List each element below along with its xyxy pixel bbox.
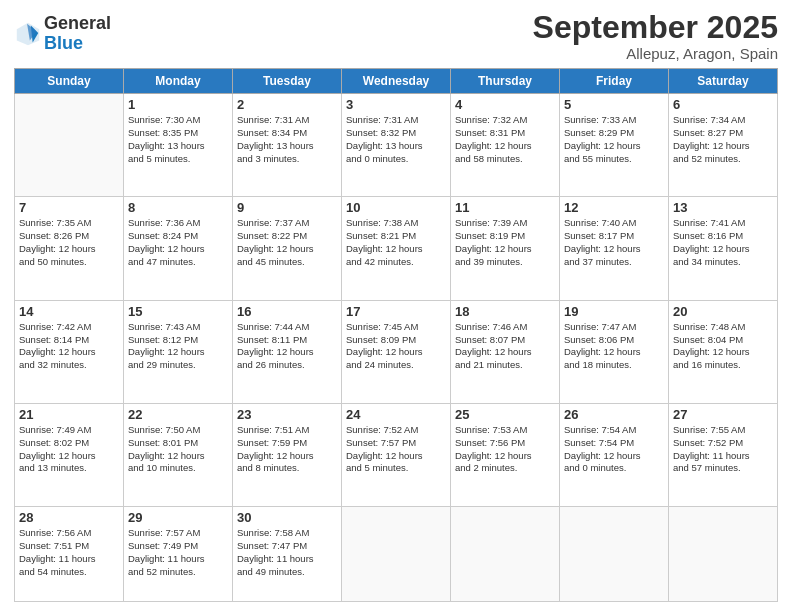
day-number: 6: [673, 97, 773, 112]
page: General Blue September 2025 Allepuz, Ara…: [0, 0, 792, 612]
day-number: 23: [237, 407, 337, 422]
day-header-saturday: Saturday: [669, 69, 778, 94]
day-info: Sunrise: 7:41 AMSunset: 8:16 PMDaylight:…: [673, 217, 773, 268]
calendar-cell: 7Sunrise: 7:35 AMSunset: 8:26 PMDaylight…: [15, 197, 124, 300]
calendar-week-row: 21Sunrise: 7:49 AMSunset: 8:02 PMDayligh…: [15, 403, 778, 506]
day-number: 20: [673, 304, 773, 319]
day-info: Sunrise: 7:36 AMSunset: 8:24 PMDaylight:…: [128, 217, 228, 268]
day-number: 4: [455, 97, 555, 112]
day-number: 11: [455, 200, 555, 215]
day-info: Sunrise: 7:40 AMSunset: 8:17 PMDaylight:…: [564, 217, 664, 268]
day-info: Sunrise: 7:37 AMSunset: 8:22 PMDaylight:…: [237, 217, 337, 268]
calendar-cell: 5Sunrise: 7:33 AMSunset: 8:29 PMDaylight…: [560, 94, 669, 197]
day-info: Sunrise: 7:44 AMSunset: 8:11 PMDaylight:…: [237, 321, 337, 372]
logo-general: General: [44, 14, 111, 34]
day-header-tuesday: Tuesday: [233, 69, 342, 94]
calendar-cell: 27Sunrise: 7:55 AMSunset: 7:52 PMDayligh…: [669, 403, 778, 506]
calendar-cell: 11Sunrise: 7:39 AMSunset: 8:19 PMDayligh…: [451, 197, 560, 300]
calendar-cell: 19Sunrise: 7:47 AMSunset: 8:06 PMDayligh…: [560, 300, 669, 403]
day-number: 2: [237, 97, 337, 112]
day-info: Sunrise: 7:53 AMSunset: 7:56 PMDaylight:…: [455, 424, 555, 475]
calendar-cell: 29Sunrise: 7:57 AMSunset: 7:49 PMDayligh…: [124, 507, 233, 602]
logo-text: General Blue: [44, 14, 111, 54]
calendar-week-row: 14Sunrise: 7:42 AMSunset: 8:14 PMDayligh…: [15, 300, 778, 403]
day-header-wednesday: Wednesday: [342, 69, 451, 94]
logo-blue: Blue: [44, 34, 111, 54]
calendar-cell: [15, 94, 124, 197]
day-info: Sunrise: 7:39 AMSunset: 8:19 PMDaylight:…: [455, 217, 555, 268]
day-info: Sunrise: 7:31 AMSunset: 8:34 PMDaylight:…: [237, 114, 337, 165]
calendar-week-row: 28Sunrise: 7:56 AMSunset: 7:51 PMDayligh…: [15, 507, 778, 602]
day-number: 12: [564, 200, 664, 215]
calendar-cell: 8Sunrise: 7:36 AMSunset: 8:24 PMDaylight…: [124, 197, 233, 300]
day-number: 24: [346, 407, 446, 422]
day-info: Sunrise: 7:31 AMSunset: 8:32 PMDaylight:…: [346, 114, 446, 165]
calendar-cell: 22Sunrise: 7:50 AMSunset: 8:01 PMDayligh…: [124, 403, 233, 506]
calendar-cell: 20Sunrise: 7:48 AMSunset: 8:04 PMDayligh…: [669, 300, 778, 403]
day-number: 27: [673, 407, 773, 422]
day-info: Sunrise: 7:34 AMSunset: 8:27 PMDaylight:…: [673, 114, 773, 165]
day-number: 21: [19, 407, 119, 422]
calendar-week-row: 1Sunrise: 7:30 AMSunset: 8:35 PMDaylight…: [15, 94, 778, 197]
logo-icon: [14, 20, 42, 48]
day-number: 30: [237, 510, 337, 525]
day-number: 18: [455, 304, 555, 319]
calendar-cell: 2Sunrise: 7:31 AMSunset: 8:34 PMDaylight…: [233, 94, 342, 197]
day-number: 26: [564, 407, 664, 422]
calendar-cell: 28Sunrise: 7:56 AMSunset: 7:51 PMDayligh…: [15, 507, 124, 602]
day-header-monday: Monday: [124, 69, 233, 94]
calendar-cell: 21Sunrise: 7:49 AMSunset: 8:02 PMDayligh…: [15, 403, 124, 506]
calendar-cell: [451, 507, 560, 602]
day-info: Sunrise: 7:32 AMSunset: 8:31 PMDaylight:…: [455, 114, 555, 165]
day-info: Sunrise: 7:51 AMSunset: 7:59 PMDaylight:…: [237, 424, 337, 475]
day-header-sunday: Sunday: [15, 69, 124, 94]
calendar-cell: [669, 507, 778, 602]
day-number: 19: [564, 304, 664, 319]
calendar-cell: 10Sunrise: 7:38 AMSunset: 8:21 PMDayligh…: [342, 197, 451, 300]
calendar-cell: 4Sunrise: 7:32 AMSunset: 8:31 PMDaylight…: [451, 94, 560, 197]
calendar-cell: 1Sunrise: 7:30 AMSunset: 8:35 PMDaylight…: [124, 94, 233, 197]
day-number: 14: [19, 304, 119, 319]
day-header-thursday: Thursday: [451, 69, 560, 94]
calendar-cell: 25Sunrise: 7:53 AMSunset: 7:56 PMDayligh…: [451, 403, 560, 506]
day-number: 22: [128, 407, 228, 422]
day-number: 9: [237, 200, 337, 215]
day-info: Sunrise: 7:35 AMSunset: 8:26 PMDaylight:…: [19, 217, 119, 268]
day-info: Sunrise: 7:33 AMSunset: 8:29 PMDaylight:…: [564, 114, 664, 165]
day-number: 16: [237, 304, 337, 319]
day-info: Sunrise: 7:50 AMSunset: 8:01 PMDaylight:…: [128, 424, 228, 475]
day-header-friday: Friday: [560, 69, 669, 94]
day-number: 28: [19, 510, 119, 525]
day-number: 15: [128, 304, 228, 319]
calendar-cell: [560, 507, 669, 602]
calendar-cell: 30Sunrise: 7:58 AMSunset: 7:47 PMDayligh…: [233, 507, 342, 602]
day-info: Sunrise: 7:48 AMSunset: 8:04 PMDaylight:…: [673, 321, 773, 372]
calendar-week-row: 7Sunrise: 7:35 AMSunset: 8:26 PMDaylight…: [15, 197, 778, 300]
day-info: Sunrise: 7:47 AMSunset: 8:06 PMDaylight:…: [564, 321, 664, 372]
header: General Blue September 2025 Allepuz, Ara…: [14, 10, 778, 62]
day-number: 7: [19, 200, 119, 215]
calendar-cell: 17Sunrise: 7:45 AMSunset: 8:09 PMDayligh…: [342, 300, 451, 403]
day-info: Sunrise: 7:55 AMSunset: 7:52 PMDaylight:…: [673, 424, 773, 475]
day-number: 8: [128, 200, 228, 215]
calendar-cell: 12Sunrise: 7:40 AMSunset: 8:17 PMDayligh…: [560, 197, 669, 300]
sub-title: Allepuz, Aragon, Spain: [533, 45, 778, 62]
day-number: 10: [346, 200, 446, 215]
day-info: Sunrise: 7:46 AMSunset: 8:07 PMDaylight:…: [455, 321, 555, 372]
day-number: 5: [564, 97, 664, 112]
day-info: Sunrise: 7:57 AMSunset: 7:49 PMDaylight:…: [128, 527, 228, 578]
main-title: September 2025: [533, 10, 778, 45]
day-info: Sunrise: 7:43 AMSunset: 8:12 PMDaylight:…: [128, 321, 228, 372]
day-info: Sunrise: 7:45 AMSunset: 8:09 PMDaylight:…: [346, 321, 446, 372]
calendar-cell: 26Sunrise: 7:54 AMSunset: 7:54 PMDayligh…: [560, 403, 669, 506]
day-info: Sunrise: 7:52 AMSunset: 7:57 PMDaylight:…: [346, 424, 446, 475]
calendar-cell: 13Sunrise: 7:41 AMSunset: 8:16 PMDayligh…: [669, 197, 778, 300]
day-info: Sunrise: 7:30 AMSunset: 8:35 PMDaylight:…: [128, 114, 228, 165]
calendar-cell: 3Sunrise: 7:31 AMSunset: 8:32 PMDaylight…: [342, 94, 451, 197]
day-number: 13: [673, 200, 773, 215]
calendar-cell: 18Sunrise: 7:46 AMSunset: 8:07 PMDayligh…: [451, 300, 560, 403]
day-info: Sunrise: 7:38 AMSunset: 8:21 PMDaylight:…: [346, 217, 446, 268]
calendar-cell: [342, 507, 451, 602]
title-block: September 2025 Allepuz, Aragon, Spain: [533, 10, 778, 62]
day-number: 1: [128, 97, 228, 112]
